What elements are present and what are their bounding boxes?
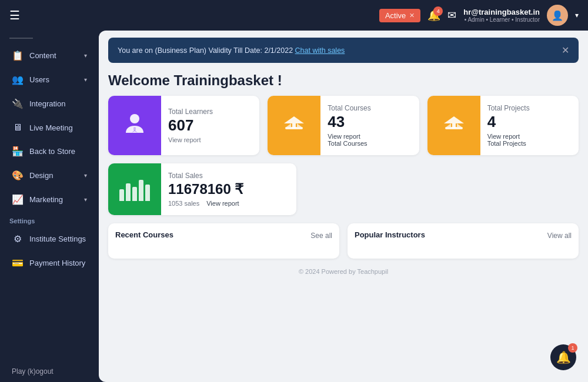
total-sales-card: Total Sales 11678160 ₹ 1053 sales View r… bbox=[108, 163, 296, 215]
recent-courses-card: Recent Courses See all bbox=[108, 223, 339, 259]
svg-marker-6 bbox=[297, 123, 302, 127]
sidebar: 📋 Content ▾ 👥 Users ▾ 🔌 Integration 🖥 Li… bbox=[0, 31, 99, 382]
sidebar-item-live-meeting[interactable]: 🖥 Live Meeting bbox=[2, 116, 96, 139]
user-chevron-icon[interactable]: ▾ bbox=[575, 11, 579, 19]
learners-label: Total Learners bbox=[168, 108, 213, 116]
total-projects-card: Total Projects 4 View report Total Proje… bbox=[427, 96, 579, 155]
sales-view-report[interactable]: View report bbox=[206, 200, 239, 207]
content-area: You are on (Business Plan) Validity Till… bbox=[99, 31, 588, 382]
app-header: ☰ Active ✕ 🔔 4 ✉ hr@trainingbasket.in • … bbox=[0, 0, 588, 31]
header-left: ☰ bbox=[9, 8, 20, 22]
sidebar-item-label: Integration bbox=[29, 99, 87, 108]
sidebar-item-users[interactable]: 👥 Users ▾ bbox=[2, 68, 96, 91]
settings-icon: ⚙ bbox=[12, 233, 24, 244]
sidebar-item-label: Marketing bbox=[29, 195, 78, 204]
learners-card-icon bbox=[108, 96, 161, 155]
bar-3 bbox=[132, 187, 137, 201]
sales-card-body: Total Sales 11678160 ₹ 1053 sales View r… bbox=[161, 163, 250, 215]
hamburger-menu[interactable]: ☰ bbox=[9, 8, 20, 22]
design-icon: 🎨 bbox=[12, 170, 24, 181]
courses-view-report[interactable]: View report Total Courses bbox=[328, 133, 370, 147]
logout-label: Play (k)ogout bbox=[12, 367, 87, 376]
stats-row: Total Learners 607 View report bbox=[99, 96, 588, 155]
welcome-title: Welcome Trainingbasket ! bbox=[99, 63, 588, 96]
sidebar-item-design[interactable]: 🎨 Design ▾ bbox=[2, 164, 96, 187]
recent-courses-title: Recent Courses bbox=[115, 230, 173, 239]
chevron-down-icon: ▾ bbox=[84, 172, 87, 179]
sidebar-item-label: Institute Settings bbox=[29, 234, 87, 243]
sidebar-item-logout[interactable]: Play (k)ogout bbox=[2, 361, 96, 381]
sidebar-item-label: Live Meeting bbox=[29, 123, 87, 132]
courses-label: Total Courses bbox=[328, 104, 370, 112]
projects-value: 4 bbox=[487, 113, 530, 130]
projects-view-report[interactable]: View report Total Projects bbox=[487, 133, 530, 147]
sidebar-item-label: Design bbox=[29, 171, 78, 180]
marketing-icon: 📈 bbox=[12, 194, 24, 205]
floating-bell-icon: 🔔 bbox=[556, 350, 571, 364]
bell-badge: 4 bbox=[433, 6, 443, 16]
mail-button[interactable]: ✉ bbox=[447, 9, 456, 22]
total-learners-card: Total Learners 607 View report bbox=[108, 96, 259, 155]
sales-row: Total Sales 11678160 ₹ 1053 sales View r… bbox=[99, 163, 588, 215]
content-scroll: You are on (Business Plan) Validity Till… bbox=[99, 31, 588, 382]
integration-icon: 🔌 bbox=[12, 98, 24, 109]
content-footer: © 2024 Powered by Teachpupil bbox=[99, 266, 588, 280]
learners-view-report[interactable]: View report bbox=[168, 136, 213, 143]
chevron-down-icon: ▾ bbox=[84, 196, 87, 203]
avatar-icon: 👤 bbox=[552, 10, 563, 21]
courses-card-icon bbox=[268, 96, 320, 155]
payment-icon: 💳 bbox=[12, 257, 24, 269]
sales-card-icon bbox=[108, 163, 161, 215]
active-close-icon[interactable]: ✕ bbox=[409, 12, 415, 19]
bar-5 bbox=[145, 185, 150, 201]
sidebar-item-back-to-store[interactable]: 🏪 Back to Store bbox=[2, 140, 96, 163]
sidebar-item-label: Payment History bbox=[29, 259, 87, 267]
sidebar-item-label: Users bbox=[29, 75, 78, 84]
sidebar-item-payment-history[interactable]: 💳 Payment History bbox=[2, 252, 96, 274]
sidebar-item-integration[interactable]: 🔌 Integration bbox=[2, 92, 96, 115]
floating-bell-badge: 1 bbox=[568, 343, 577, 353]
sidebar-item-content[interactable]: 📋 Content ▾ bbox=[2, 44, 96, 67]
sales-count: 1053 sales bbox=[168, 200, 199, 207]
floating-bell-button[interactable]: 🔔 1 bbox=[550, 344, 576, 370]
main-layout: 📋 Content ▾ 👥 Users ▾ 🔌 Integration 🖥 Li… bbox=[0, 31, 588, 382]
avatar[interactable]: 👤 bbox=[547, 5, 568, 26]
mail-icon: ✉ bbox=[447, 9, 456, 21]
bell-button[interactable]: 🔔 4 bbox=[427, 9, 440, 22]
close-banner-button[interactable]: ✕ bbox=[562, 45, 569, 56]
sidebar-top-divider bbox=[9, 38, 33, 39]
sidebar-item-institute-settings[interactable]: ⚙ Institute Settings bbox=[2, 227, 96, 250]
user-roles: • Admin • Learner • Instructor bbox=[463, 16, 540, 23]
svg-rect-9 bbox=[452, 123, 456, 128]
chat-with-sales-link[interactable]: Chat with sales bbox=[295, 46, 345, 55]
header-right: Active ✕ 🔔 4 ✉ hr@trainingbasket.in • Ad… bbox=[379, 5, 579, 26]
svg-marker-3 bbox=[284, 116, 304, 123]
content-icon: 📋 bbox=[12, 50, 24, 61]
user-text: hr@trainingbasket.in • Admin • Learner •… bbox=[463, 8, 540, 23]
active-label: Active bbox=[385, 11, 406, 20]
sidebar-item-label: Back to Store bbox=[29, 147, 87, 156]
total-courses-card: Total Courses 43 View report Total Cours… bbox=[268, 96, 419, 155]
sidebar-item-label: Content bbox=[29, 51, 78, 60]
user-info: hr@trainingbasket.in • Admin • Learner •… bbox=[463, 8, 540, 23]
chevron-down-icon: ▾ bbox=[84, 52, 87, 59]
projects-card-body: Total Projects 4 View report Total Proje… bbox=[480, 96, 537, 155]
sales-footer: 1053 sales View report bbox=[168, 200, 243, 207]
footer-text: © 2024 Powered by Teachpupil bbox=[299, 268, 388, 275]
users-icon: 👥 bbox=[12, 74, 24, 85]
store-icon: 🏪 bbox=[12, 146, 24, 157]
notification-banner: You are on (Business Plan) Validity Till… bbox=[108, 38, 579, 63]
bar-2 bbox=[126, 183, 131, 201]
bar-4 bbox=[139, 180, 143, 201]
svg-marker-8 bbox=[444, 116, 464, 123]
projects-card-icon bbox=[427, 96, 480, 155]
banner-text: You are on (Business Plan) Validity Till… bbox=[118, 46, 345, 55]
projects-label: Total Projects bbox=[487, 104, 530, 112]
sidebar-item-marketing[interactable]: 📈 Marketing ▾ bbox=[2, 188, 96, 211]
svg-marker-10 bbox=[446, 123, 451, 127]
see-all-link[interactable]: See all bbox=[310, 232, 332, 240]
svg-rect-1 bbox=[133, 127, 136, 130]
active-badge[interactable]: Active ✕ bbox=[379, 9, 420, 22]
bar-1 bbox=[119, 189, 124, 201]
view-all-link[interactable]: View all bbox=[547, 232, 572, 240]
